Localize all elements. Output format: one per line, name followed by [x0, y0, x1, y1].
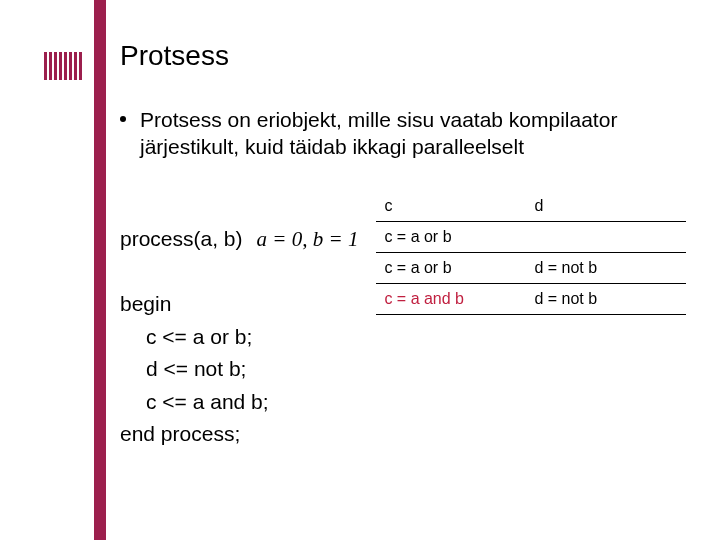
accent-bar — [94, 0, 106, 540]
table-row: c = a or b — [376, 221, 686, 252]
code-condition: a = 0, b = 1 — [257, 223, 359, 256]
cell-d: d = not b — [526, 283, 686, 314]
code-line-2: begin — [120, 292, 171, 315]
table-row: c = a or b d = not b — [376, 252, 686, 283]
slide: Protsess Protsess on eriobjekt, mille si… — [0, 0, 720, 540]
table-row: c = a and b d = not b — [376, 283, 686, 314]
trace-table-wrap: c d c = a or b c = a or b d = not b — [376, 191, 690, 315]
cell-c: c = a and b — [376, 283, 526, 314]
bullet-item: Protsess on eriobjekt, mille sisu vaatab… — [120, 106, 690, 161]
cell-d: d = not b — [526, 252, 686, 283]
cell-c: c = a or b — [376, 221, 526, 252]
table-header-row: c d — [376, 195, 686, 222]
code-line-6: end process; — [120, 422, 240, 445]
barcode-logo-icon — [44, 52, 84, 80]
lower-section: process(a, b)a = 0, b = 1 begin c <= a o… — [120, 191, 690, 484]
bullet-text: Protsess on eriobjekt, mille sisu vaatab… — [140, 106, 660, 161]
code-line-3: c <= a or b; — [146, 325, 252, 348]
code-block: process(a, b)a = 0, b = 1 begin c <= a o… — [120, 191, 358, 484]
trace-table: c d c = a or b c = a or b d = not b — [376, 195, 686, 315]
cell-d — [526, 221, 686, 252]
slide-title: Protsess — [120, 40, 690, 72]
bullet-dot-icon — [120, 116, 126, 122]
code-line-5: c <= a and b; — [146, 390, 269, 413]
table-header-d: d — [526, 195, 686, 222]
content-area: Protsess Protsess on eriobjekt, mille si… — [120, 40, 690, 484]
code-line-1: process(a, b) — [120, 223, 243, 256]
cell-c: c = a or b — [376, 252, 526, 283]
code-line-4: d <= not b; — [146, 357, 246, 380]
table-header-c: c — [376, 195, 526, 222]
